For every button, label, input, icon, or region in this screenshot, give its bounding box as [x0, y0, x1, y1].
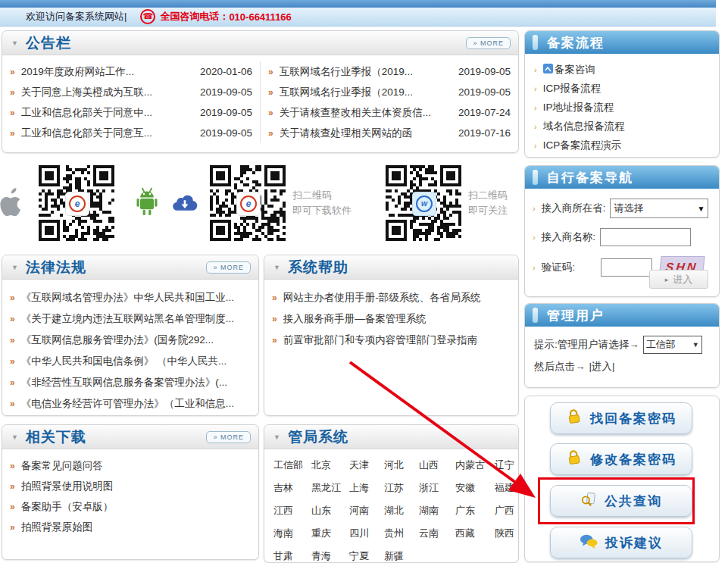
announcement-link[interactable]: 工业和信息化部关于同意互...	[21, 127, 195, 140]
help-link[interactable]: 前置审批部门和专项内容管理部门登录指南	[283, 333, 511, 347]
bureau-link[interactable]: 北京	[311, 458, 346, 472]
isp-name-input[interactable]	[600, 228, 691, 246]
law-link[interactable]: 《互联网域名管理办法》中华人民共和国工业...	[21, 291, 251, 305]
bureau-link[interactable]: 黑龙江	[311, 481, 346, 495]
admin-enter-link[interactable]: |进入|	[589, 360, 615, 374]
announcement-link[interactable]: 工业和信息化部关于同意中...	[21, 106, 195, 120]
find-password-button[interactable]: 找回备案密码	[550, 402, 692, 434]
bureau-link[interactable]: 湖北	[384, 504, 416, 518]
bureau-link[interactable]: 安徽	[455, 481, 492, 495]
bullet-icon: »	[268, 128, 273, 139]
law-link[interactable]: 《互联网信息服务管理办法》(国务院292...	[21, 333, 251, 347]
bureau-link[interactable]: 西藏	[455, 527, 492, 540]
qr-strip: e e 扫二维码 即可下载软件 W	[0, 154, 523, 252]
bureau-link[interactable]: 吉林	[273, 481, 308, 495]
bureau-link[interactable]: 辽宁	[495, 458, 525, 472]
bureau-link[interactable]: 宁夏	[349, 549, 381, 563]
bureau-link[interactable]: 天津	[349, 458, 381, 472]
download-link[interactable]: 拍照背景使用说明图	[21, 480, 251, 493]
bullet-icon: »	[10, 108, 15, 118]
sidebar-item-ip-flow[interactable]: › IP地址报备流程	[525, 98, 719, 117]
sidebar-item-domain-flow[interactable]: › 域名信息报备流程	[525, 117, 719, 136]
law-link[interactable]: 《非经营性互联网信息服务备案管理办法》(...	[21, 376, 251, 389]
bureau-link[interactable]: 山西	[419, 458, 452, 472]
announcement-link[interactable]: 2019年度政府网站工作...	[21, 65, 195, 79]
change-password-button[interactable]: 修改备案密码	[550, 443, 692, 475]
sidebar-item-consult[interactable]: › 备案咨询	[525, 60, 719, 79]
admin-panel: 管理用户 提示:管理用户请选择→ 工信部 ▼ 然后点击→ |进入|	[524, 303, 720, 388]
welcome-text: 欢迎访问备案系统网站|	[26, 10, 127, 23]
arrow-bullet-icon: ›	[534, 103, 537, 112]
law-link[interactable]: 《中华人民共和国电信条例》 （中华人民共...	[21, 355, 251, 368]
laws-header: ▼ 法律法规 » MORE	[2, 255, 258, 280]
province-select[interactable]: 请选择 ▼	[610, 199, 708, 218]
bureau-link[interactable]: 新疆	[384, 549, 416, 563]
download-link[interactable]: 备案常见问题问答	[21, 459, 251, 473]
announcements-col1: » 2019年度政府网站工作... 2020-01-06 » 关于同意上海美橙成…	[2, 61, 260, 143]
header-bar-icon	[533, 170, 538, 185]
bureau-link[interactable]: 广西	[495, 504, 525, 518]
announcement-link[interactable]: 互联网域名行业季报（2019...	[280, 65, 454, 79]
bureau-link[interactable]: 工信部	[273, 458, 308, 472]
announcements-more-button[interactable]: » MORE	[466, 37, 511, 49]
bureau-link[interactable]: 江西	[273, 504, 308, 518]
bureau-link[interactable]: 湖南	[419, 504, 452, 518]
complaint-label: 投诉建议	[605, 534, 663, 552]
bureau-link[interactable]: 云南	[419, 527, 452, 540]
bureau-link[interactable]: 甘肃	[273, 549, 308, 563]
download-link[interactable]: 备案助手（安卓版）	[21, 500, 251, 514]
complaint-button[interactable]: 投诉建议	[550, 527, 692, 558]
downloads-more-button[interactable]: » MORE	[206, 431, 251, 443]
download-item: » 拍照背景使用说明图	[2, 476, 258, 496]
announcement-date: 2019-09-05	[458, 66, 511, 77]
announcement-link[interactable]: 关于请核查整改相关主体资质信...	[280, 106, 454, 120]
admin-org-select[interactable]: 工信部 ▼	[643, 336, 702, 354]
announcement-link[interactable]: 关于请核查处理相关网站的函	[280, 127, 454, 140]
bureau-link[interactable]: 山东	[311, 504, 346, 518]
sidebar-item-demo[interactable]: › ICP备案流程演示	[525, 136, 719, 155]
laws-panel: ▼ 法律法规 » MORE » 《互联网域名管理办法》中华人民共和国工业... …	[2, 255, 259, 416]
bureau-link[interactable]: 海南	[273, 527, 308, 540]
bureau-link[interactable]: 青海	[311, 549, 346, 563]
help-link[interactable]: 接入服务商手册—备案管理系统	[283, 312, 511, 326]
announcement-link[interactable]: 互联网域名行业季报（2019...	[280, 86, 454, 99]
bureau-link[interactable]: 陕西	[495, 527, 525, 540]
sidebar-item-icp-flow[interactable]: › ICP报备流程	[525, 79, 719, 98]
qr-code-android: e	[209, 164, 286, 242]
hotline-label: 全国咨询电话：	[160, 10, 229, 23]
bullet-icon: »	[10, 522, 15, 533]
bureau-link[interactable]: 上海	[349, 481, 381, 495]
bureau-link[interactable]: 河北	[384, 458, 416, 472]
announcements-title: 公告栏	[26, 33, 71, 53]
bureau-link[interactable]: 浙江	[419, 481, 452, 495]
sidebar-item-label: IP地址报备流程	[543, 101, 614, 114]
bullet-icon: »	[272, 292, 277, 303]
captcha-input[interactable]	[601, 258, 652, 277]
section-triangle-icon: ▼	[273, 433, 280, 441]
laws-more-button[interactable]: » MORE	[206, 261, 251, 274]
help-link[interactable]: 网站主办者使用手册-部级系统、各省局系统	[283, 291, 511, 305]
consult-badge-icon	[543, 64, 553, 76]
bullet-icon: »	[10, 461, 15, 471]
navigation-enter-button[interactable]: ▸ 进入	[649, 270, 708, 289]
announcement-item: » 关于请核查整改相关主体资质信... 2019-07-24	[261, 102, 518, 123]
bureau-link[interactable]: 福建	[495, 481, 525, 495]
bureau-link[interactable]: 重庆	[311, 527, 346, 540]
bureau-link[interactable]: 河南	[349, 504, 381, 518]
bureau-link[interactable]: 广东	[455, 504, 492, 518]
bureau-link[interactable]: 四川	[349, 527, 381, 540]
announcement-date: 2019-07-24	[458, 107, 511, 118]
law-link[interactable]: 《关于建立境内违法互联网站黑名单管理制度...	[21, 312, 251, 326]
bureau-link[interactable]: 内蒙古	[455, 458, 492, 472]
announcement-date: 2019-09-05	[200, 107, 252, 118]
bureau-link[interactable]: 江苏	[384, 481, 416, 495]
bureau-link[interactable]: 贵州	[384, 527, 416, 540]
download-link[interactable]: 拍照背景原始图	[21, 521, 251, 534]
law-link[interactable]: 《电信业务经营许可管理办法》（工业和信息...	[21, 397, 251, 411]
announcement-link[interactable]: 关于同意上海美橙成为互联...	[21, 86, 195, 99]
help-item: » 接入服务商手册—备案管理系统	[264, 308, 518, 330]
bullet-icon: »	[10, 335, 15, 346]
process-title: 备案流程	[547, 34, 605, 52]
law-item: » 《关于建立境内违法互联网站黑名单管理制度...	[2, 308, 258, 330]
admin-org-value: 工信部	[646, 338, 676, 352]
